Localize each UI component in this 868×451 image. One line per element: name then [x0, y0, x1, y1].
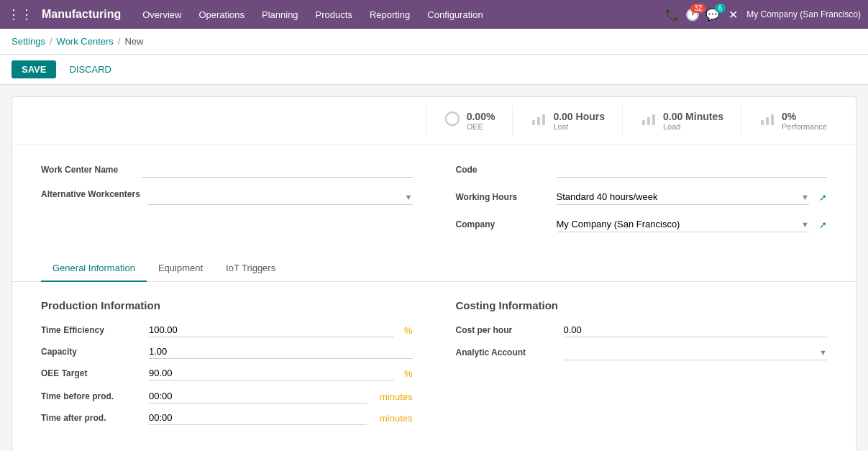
- tabs-bar: General Information Equipment IoT Trigge…: [12, 255, 856, 282]
- working-hours-ext-link-icon[interactable]: ➚: [819, 192, 827, 203]
- cost-per-hour-input[interactable]: [564, 323, 828, 337]
- app-name: Manufacturing: [42, 8, 121, 21]
- analytic-account-row: Analytic Account ▼: [456, 345, 828, 360]
- minutes-load-value: 0.00 Minutes: [663, 111, 723, 122]
- hours-lost-label: Lost: [553, 122, 605, 131]
- breadcrumb-sep-1: /: [50, 36, 52, 47]
- minutes-load-label: Load: [663, 122, 723, 131]
- tab-iot-triggers[interactable]: IoT Triggers: [214, 255, 287, 282]
- alternative-workcenters-select[interactable]: [147, 189, 413, 205]
- costing-section: Costing Information Cost per hour Analyt…: [456, 299, 828, 432]
- svg-rect-3: [542, 114, 545, 125]
- time-before-label: Time before prod.: [41, 391, 142, 401]
- company-display: My Company (San Francisco): [746, 9, 861, 19]
- minutes-load-icon: [640, 110, 657, 131]
- stats-bar: 0.00% OEE 0.00 Hours Lost: [12, 97, 856, 145]
- code-input[interactable]: [557, 162, 828, 178]
- nav-operations[interactable]: Operations: [191, 5, 252, 24]
- capacity-input[interactable]: [149, 345, 413, 359]
- save-button[interactable]: SAVE: [12, 60, 56, 78]
- phone-icon[interactable]: 📞: [665, 8, 680, 22]
- time-efficiency-input[interactable]: [149, 323, 394, 337]
- production-section-title: Production Information: [41, 299, 413, 311]
- nav-overview[interactable]: Overview: [135, 5, 188, 24]
- work-center-name-input[interactable]: [142, 162, 413, 178]
- tab-equipment[interactable]: Equipment: [147, 255, 214, 282]
- main-content: 0.00% OEE 0.00 Hours Lost: [0, 85, 868, 451]
- code-row: Code: [456, 162, 828, 178]
- stat-oee: 0.00% OEE: [426, 104, 513, 137]
- breadcrumb-sep-2: /: [118, 36, 121, 47]
- svg-rect-6: [652, 114, 655, 125]
- breadcrumb: Settings / Work Centers / New: [0, 29, 868, 55]
- time-before-row: Time before prod. minutes: [41, 389, 413, 404]
- costing-section-title: Costing Information: [456, 299, 828, 311]
- chat-icon[interactable]: 💬 6: [705, 8, 720, 22]
- hours-lost-text: 0.00 Hours Lost: [553, 111, 605, 131]
- company-select[interactable]: My Company (San Francisco): [557, 217, 810, 232]
- nav-items: Overview Operations Planning Products Re…: [135, 5, 665, 24]
- breadcrumb-settings[interactable]: Settings: [12, 36, 45, 47]
- svg-rect-8: [766, 117, 769, 125]
- breadcrumb-work-centers[interactable]: Work Centers: [57, 36, 114, 47]
- svg-rect-9: [771, 114, 774, 125]
- nav-configuration[interactable]: Configuration: [420, 5, 490, 24]
- performance-text: 0% Performance: [782, 111, 827, 131]
- tab-general-information[interactable]: General Information: [41, 255, 147, 282]
- analytic-account-select[interactable]: [564, 345, 828, 360]
- close-icon[interactable]: ✕: [728, 8, 738, 22]
- cost-per-hour-row: Cost per hour: [456, 323, 828, 337]
- form-right-col: Code Working Hours Standard 40 hours/wee…: [456, 162, 828, 238]
- oee-target-pct-icon: %: [404, 368, 413, 379]
- company-row: Company My Company (San Francisco) ▼ ➚: [456, 217, 828, 232]
- app-grid-icon[interactable]: ⋮⋮: [7, 6, 33, 22]
- work-center-name-row: Work Center Name: [41, 162, 413, 178]
- alternative-workcenters-row: Alternative Workcenters ▼: [41, 189, 413, 205]
- time-after-minutes-link[interactable]: minutes: [380, 413, 413, 424]
- performance-icon: [759, 110, 776, 131]
- time-efficiency-row: Time Efficiency %: [41, 323, 413, 337]
- time-efficiency-label: Time Efficiency: [41, 325, 142, 335]
- nav-planning[interactable]: Planning: [255, 5, 306, 24]
- oee-target-input[interactable]: [149, 366, 394, 381]
- cost-per-hour-label: Cost per hour: [456, 325, 557, 335]
- time-before-minutes-link[interactable]: minutes: [380, 391, 413, 402]
- svg-rect-2: [537, 117, 540, 125]
- work-center-card: 0.00% OEE 0.00 Hours Lost: [12, 96, 856, 451]
- discard-button[interactable]: DISCARD: [62, 60, 119, 78]
- code-label: Code: [456, 165, 549, 175]
- time-after-label: Time after prod.: [41, 413, 142, 423]
- form-left-col: Work Center Name Alternative Workcenters…: [41, 162, 413, 238]
- analytic-account-label: Analytic Account: [456, 347, 557, 357]
- oee-label: OEE: [467, 122, 495, 131]
- oee-value: 0.00%: [467, 111, 495, 122]
- minutes-load-text: 0.00 Minutes Load: [663, 111, 723, 131]
- company-wrapper: My Company (San Francisco) ▼: [557, 217, 810, 232]
- nav-reporting[interactable]: Reporting: [362, 5, 417, 24]
- company-label: Company: [456, 219, 549, 229]
- svg-rect-7: [761, 120, 764, 125]
- working-hours-select[interactable]: Standard 40 hours/week: [557, 189, 810, 205]
- analytic-account-wrapper: ▼: [564, 345, 828, 360]
- clock-icon[interactable]: 🕐 32: [685, 8, 700, 22]
- time-efficiency-pct-icon: %: [404, 325, 413, 336]
- svg-rect-1: [532, 120, 535, 125]
- time-before-input[interactable]: [149, 389, 367, 404]
- stat-hours-lost: 0.00 Hours Lost: [512, 104, 622, 137]
- performance-label: Performance: [782, 122, 827, 131]
- work-center-name-label: Work Center Name: [41, 165, 134, 175]
- oee-icon: [444, 110, 461, 131]
- performance-value: 0%: [782, 111, 827, 122]
- working-hours-wrapper: Standard 40 hours/week ▼: [557, 189, 810, 205]
- tab-content-general: Production Information Time Efficiency %…: [12, 282, 856, 450]
- working-hours-row: Working Hours Standard 40 hours/week ▼ ➚: [456, 189, 828, 205]
- time-after-input[interactable]: [149, 411, 367, 425]
- nav-products[interactable]: Products: [309, 5, 360, 24]
- working-hours-label: Working Hours: [456, 192, 549, 202]
- time-after-row: Time after prod. minutes: [41, 411, 413, 425]
- form-section: Work Center Name Alternative Workcenters…: [12, 145, 856, 255]
- company-ext-link-icon[interactable]: ➚: [819, 219, 827, 230]
- stat-performance: 0% Performance: [741, 104, 844, 137]
- chat-badge: 6: [715, 4, 726, 13]
- capacity-label: Capacity: [41, 347, 142, 357]
